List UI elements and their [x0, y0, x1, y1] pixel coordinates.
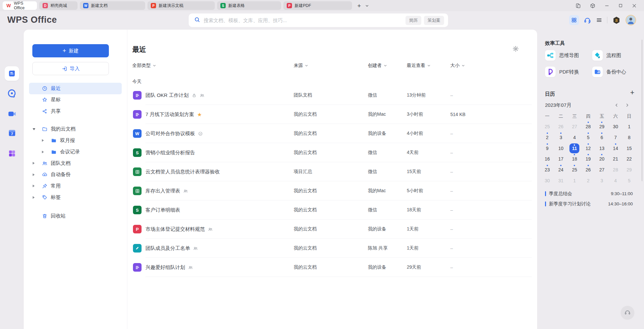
calendar-day[interactable]: 24 — [554, 164, 567, 175]
calendar-day[interactable]: 27 — [595, 164, 609, 175]
chevron-collapsed-icon[interactable] — [33, 196, 41, 199]
tab-docer-store[interactable]: D 稻壳商城 — [39, 1, 78, 10]
calendar-day[interactable]: 27 — [568, 121, 581, 132]
sidebar-item-my-cloud-docs[interactable]: 我的云文档 — [29, 124, 122, 135]
tab-new-slides[interactable]: P 新建演示文稿 — [147, 1, 215, 10]
calendar-day[interactable]: 30 — [609, 121, 622, 132]
tab-new-sheet[interactable]: S 新建表格 — [217, 1, 281, 10]
sidebar-item-team-docs[interactable]: 团队文档 — [29, 158, 122, 169]
calendar-day-selected[interactable]: 11 — [568, 143, 581, 154]
calendar-prev-icon[interactable] — [614, 103, 619, 107]
calendar-day[interactable]: 5 — [622, 175, 636, 186]
search-bar[interactable]: 简历策划案 — [189, 14, 448, 27]
rail-meeting-icon[interactable] — [6, 108, 18, 120]
calendar-day[interactable]: 15 — [622, 143, 636, 154]
file-row[interactable]: 团队成员及分工名单 我的云文档 陈旭 共享 1天前 – — [128, 239, 532, 258]
calendar-day[interactable]: 25 — [568, 164, 581, 175]
calendar-day[interactable]: 16 — [540, 154, 554, 164]
file-row[interactable]: 团队 OKR 工作计划 团队文档 微信 13分钟前 – — [128, 86, 532, 105]
calendar-day[interactable]: 26 — [581, 164, 595, 175]
calendar-day[interactable]: 2 — [581, 175, 595, 186]
calendar-day[interactable]: 4 — [568, 132, 581, 143]
calendar-day[interactable]: 29 — [622, 164, 636, 175]
chevron-collapsed-icon[interactable] — [33, 173, 41, 176]
sidebar-item-trash[interactable]: 回收站 — [29, 210, 122, 222]
settings-gear-icon[interactable] — [512, 45, 519, 53]
minimize-icon[interactable] — [604, 3, 609, 8]
chevron-collapsed-icon[interactable] — [42, 139, 50, 142]
calendar-day[interactable]: 6 — [595, 132, 609, 143]
calendar-day[interactable]: 4 — [609, 175, 622, 186]
calendar-day[interactable]: 31 — [554, 175, 567, 186]
chevron-collapsed-icon[interactable] — [33, 185, 41, 187]
file-row[interactable]: 7 月线下活动策划方案★ 我的云文档 我的Mac 3小时前 514 KB — [128, 105, 532, 124]
rail-documents-icon[interactable] — [5, 66, 19, 81]
sidebar-item-auto-backup[interactable]: 自动备份 — [29, 169, 122, 181]
calendar-day[interactable]: 30 — [540, 175, 554, 186]
file-row[interactable]: S 营销小组业绩分析报告 我的云文档 微信 4天前 – — [128, 143, 532, 162]
calendar-day[interactable]: 18 — [568, 154, 581, 164]
sidebar-item-meeting-notes[interactable]: 会议记录 — [29, 146, 122, 158]
calendar-day[interactable]: 9 — [540, 143, 554, 154]
calendar-event[interactable]: 新季度学习计划讨论 14:30–16:00 — [545, 199, 633, 209]
tab-list-chevron-icon[interactable] — [365, 4, 369, 8]
calendar-day[interactable]: 8 — [622, 132, 636, 143]
calendar-day[interactable]: 28 — [581, 121, 595, 132]
calendar-day[interactable]: 1 — [568, 175, 581, 186]
calendar-day[interactable]: 14 — [609, 143, 622, 154]
filter-viewed[interactable]: 最近查看 — [407, 63, 431, 69]
calendar-day[interactable]: 5 — [581, 132, 595, 143]
new-document-button[interactable]: + 新建 — [32, 44, 109, 57]
menu-icon[interactable] — [596, 17, 602, 23]
sidebar-item-recent[interactable]: 最近 — [29, 83, 122, 94]
file-row[interactable]: 兴趣爱好组队计划 我的云文档 我的设备 29天前 – — [128, 258, 532, 277]
tab-new-doc[interactable]: W 新建文档 — [80, 1, 145, 10]
search-tag-1[interactable]: 策划案 — [424, 16, 444, 25]
apps-grid-icon[interactable] — [569, 15, 579, 25]
chevron-collapsed-icon[interactable] — [33, 162, 41, 164]
calendar-day[interactable]: 22 — [622, 154, 636, 164]
calendar-day[interactable]: 23 — [540, 164, 554, 175]
rail-calendar-icon[interactable]: 7 — [6, 127, 18, 139]
calendar-day[interactable]: 21 — [609, 154, 622, 164]
calendar-add-icon[interactable]: + — [630, 89, 634, 96]
chevron-collapsed-icon[interactable] — [42, 151, 50, 153]
tool-backup-center[interactable]: 备份中心 — [592, 67, 626, 77]
calendar-day[interactable]: 3 — [595, 175, 609, 186]
calendar-day[interactable]: 12 — [581, 143, 595, 154]
right-scrollbar[interactable] — [641, 40, 643, 181]
calendar-day[interactable]: 29 — [595, 121, 609, 132]
sidebar-item-frequent[interactable]: 常用 — [29, 180, 122, 192]
workspace-cube-icon[interactable] — [590, 3, 596, 9]
sidebar-item-bimonthly-report[interactable]: 双月报 — [29, 135, 122, 146]
filter-creator[interactable]: 创建者 — [368, 63, 387, 69]
new-tab-button[interactable]: + — [357, 3, 361, 9]
file-row[interactable]: S 客户订单明细表 我的云文档 微信 18天前 – — [128, 200, 532, 220]
avatar[interactable] — [626, 15, 636, 25]
calendar-day[interactable]: 17 — [554, 154, 567, 164]
filter-size[interactable]: 大小 — [450, 63, 465, 69]
calendar-event[interactable]: 季度总结会 9:30–11:00 — [545, 189, 633, 199]
search-input[interactable] — [204, 17, 405, 23]
rail-apps-icon[interactable] — [6, 147, 18, 159]
sidebar-item-tags[interactable]: 标签 — [29, 192, 122, 203]
file-row[interactable]: W 公司对外合作协议模板 我的云文档 我的设备 4小时前 – — [128, 124, 532, 143]
chevron-expanded-icon[interactable] — [33, 128, 41, 130]
calendar-day[interactable]: 2 — [540, 132, 554, 143]
calendar-day[interactable]: 25 — [540, 121, 554, 132]
file-row[interactable]: P 市场主体登记提交材料规范 我的云文档 我的设备 1天前 – — [128, 220, 532, 239]
support-float-button[interactable] — [621, 306, 634, 319]
maximize-icon[interactable] — [618, 3, 623, 8]
tool-mindmap[interactable]: 思维导图 — [545, 50, 579, 61]
file-row[interactable]: 云文档管人员信息统计表理器验收 项目汇总 微信 15天前 – — [128, 162, 532, 181]
calendar-day[interactable]: 10 — [554, 143, 567, 154]
calendar-day[interactable]: 28 — [609, 164, 622, 175]
sidebar-item-shared[interactable]: 共享 — [29, 105, 122, 117]
calendar-day[interactable]: 3 — [554, 132, 567, 143]
tool-flowchart[interactable]: 流程图 — [592, 50, 621, 61]
search-tag-0[interactable]: 简历 — [405, 16, 421, 25]
calendar-day[interactable]: 7 — [609, 132, 622, 143]
rail-chat-icon[interactable] — [6, 87, 18, 99]
device-icon[interactable] — [575, 3, 581, 9]
tool-pdf-convert[interactable]: PDF转换 — [545, 67, 579, 77]
